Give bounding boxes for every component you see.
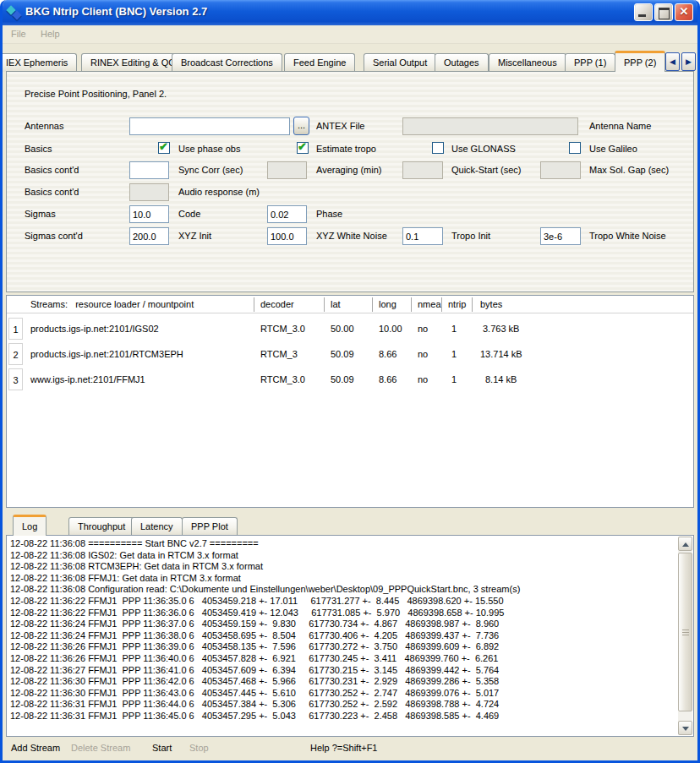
max-sol-gap-input — [540, 161, 581, 179]
col-long: long — [379, 299, 396, 309]
tab-latency[interactable]: Latency — [131, 517, 183, 536]
scrollbar-thumb[interactable] — [678, 553, 692, 711]
sigma-phase-label: Phase — [316, 209, 342, 219]
ntrip: 1 — [451, 324, 457, 334]
tab-rinex-ephemeris[interactable]: IEX Ephemeris — [3, 53, 77, 72]
help-hint: Help ?=Shift+F1 — [310, 743, 378, 753]
main-tab-bar: IEX Ephemeris RINEX Editing & QC Broadca… — [3, 51, 697, 72]
bytes: 8.14 kB — [485, 374, 517, 384]
titlebar: BKG Ntrip Client (BNC) Version 2.7 — [0, 0, 700, 25]
tab-outages[interactable]: Outages — [435, 53, 489, 72]
lat: 50.00 — [331, 324, 354, 334]
row-number: 2 — [8, 343, 23, 365]
col-decoder: decoder — [260, 299, 294, 309]
stream-row-1[interactable]: 1 products.igs-ip.net:2101/IGS02 RTCM_3.… — [7, 316, 693, 341]
bnc-app-icon — [7, 5, 22, 20]
delete-stream-button: Delete Stream — [71, 743, 130, 753]
use-glonass-checkbox[interactable] — [432, 142, 444, 154]
nmea: no — [418, 349, 428, 359]
arrow-up-icon — [682, 542, 689, 547]
use-galileo-label: Use Galileo — [589, 144, 637, 154]
stop-button: Stop — [189, 743, 209, 753]
stream-row-3[interactable]: 3 www.igs-ip.net:2101/FFMJ1 RTCM_3.0 50.… — [7, 367, 693, 392]
scroll-down-button[interactable] — [678, 721, 692, 735]
add-stream-button[interactable]: Add Stream — [11, 743, 60, 753]
col-ntrip: ntrip — [448, 299, 466, 309]
scroll-up-button[interactable] — [678, 537, 692, 551]
chevron-left-icon: ◀ — [670, 57, 675, 66]
log-panel: 12-08-22 11:36:08 ========== Start BNC v… — [6, 535, 694, 737]
xyz-init-input[interactable] — [129, 227, 169, 245]
menu-bar: File Help — [3, 25, 697, 44]
grip-icon — [682, 632, 689, 633]
maximize-button[interactable] — [654, 3, 673, 21]
xyz-white-noise-label: XYZ White Noise — [316, 231, 387, 241]
antex-file-label: ANTEX File — [316, 121, 364, 131]
audio-response-input — [129, 183, 169, 201]
start-button[interactable]: Start — [152, 743, 172, 753]
app-window: BKG Ntrip Client (BNC) Version 2.7 File … — [0, 0, 700, 763]
sync-corr-input[interactable] — [129, 161, 169, 179]
col-lat: lat — [331, 299, 341, 309]
tab-feed-engine[interactable]: Feed Engine — [284, 53, 355, 72]
menu-file[interactable]: File — [11, 29, 26, 39]
basics-contd-label: Basics cont'd — [25, 165, 79, 175]
sigma-code-input[interactable] — [129, 205, 169, 223]
status-bar: Add Stream Delete Stream Start Stop Help… — [3, 738, 697, 760]
bytes: 13.714 kB — [480, 349, 522, 359]
tab-broadcast-corrections[interactable]: Broadcast Corrections — [172, 53, 282, 72]
mountpoint: www.igs-ip.net:2101/FFMJ1 — [30, 374, 145, 384]
ntrip: 1 — [451, 349, 457, 359]
long: 10.00 — [379, 324, 402, 334]
arrow-down-icon — [682, 727, 689, 731]
use-galileo-checkbox[interactable] — [569, 142, 581, 154]
basics-contd2-label: Basics cont'd — [25, 187, 79, 197]
long: 8.66 — [379, 349, 396, 359]
use-glonass-label: Use GLONASS — [451, 144, 516, 154]
averaging-label: Averaging (min) — [316, 165, 381, 175]
col-bytes: bytes — [480, 299, 502, 309]
antennas-input[interactable] — [129, 117, 290, 135]
tab-ppp-plot[interactable]: PPP Plot — [182, 517, 238, 536]
tropo-init-input[interactable] — [402, 227, 443, 245]
stream-row-2[interactable]: 2 products.igs-ip.net:2101/RTCM3EPH RTCM… — [7, 341, 693, 367]
menu-help[interactable]: Help — [41, 29, 60, 39]
sigma-code-label: Code — [178, 209, 200, 219]
tab-log[interactable]: Log — [13, 515, 46, 536]
sigma-phase-input[interactable] — [267, 205, 307, 223]
col-streams: Streams: resource loader / mountpoint — [30, 299, 194, 309]
tab-throughput[interactable]: Throughput — [68, 517, 134, 536]
tab-scroll-left-button[interactable]: ◀ — [665, 52, 680, 71]
window-title: BKG Ntrip Client (BNC) Version 2.7 — [25, 5, 207, 18]
panel-title: Precise Point Positioning, Panel 2. — [25, 89, 167, 99]
tropo-white-noise-input[interactable] — [540, 227, 581, 245]
bytes: 3.763 kB — [483, 324, 519, 334]
tab-rinex-editing-qc[interactable]: RINEX Editing & QC — [81, 53, 184, 72]
close-button[interactable] — [675, 3, 693, 21]
ntrip: 1 — [451, 374, 457, 384]
xyz-white-noise-input[interactable] — [267, 227, 307, 245]
browse-antex-button[interactable]: ... — [293, 117, 309, 135]
tab-serial-output[interactable]: Serial Output — [364, 53, 436, 72]
tropo-init-label: Tropo Init — [451, 231, 490, 241]
row-number: 1 — [8, 318, 23, 340]
minimize-button[interactable] — [634, 3, 653, 21]
sigmas-contd-label: Sigmas cont'd — [25, 231, 83, 241]
tab-ppp-1[interactable]: PPP (1) — [565, 53, 615, 72]
log-scrollbar[interactable] — [678, 537, 692, 735]
tab-ppp-2[interactable]: PPP (2) — [615, 51, 665, 72]
lat: 50.09 — [331, 349, 354, 359]
sync-corr-label: Sync Corr (sec) — [178, 165, 243, 175]
log-text: 12-08-22 11:36:08 ========== Start BNC v… — [10, 538, 675, 734]
estimate-tropo-checkbox[interactable] — [297, 142, 309, 154]
nmea: no — [418, 374, 428, 384]
ppp2-panel: Precise Point Positioning, Panel 2. Ante… — [6, 71, 694, 292]
tropo-white-noise-label: Tropo White Noise — [589, 231, 666, 241]
tab-miscellaneous[interactable]: Miscellaneous — [489, 53, 566, 72]
streams-table: Streams: resource loader / mountpoint de… — [6, 295, 694, 508]
row-number: 3 — [8, 368, 23, 390]
use-phase-obs-checkbox[interactable] — [158, 142, 170, 154]
antennas-label: Antennas — [25, 121, 63, 131]
nmea: no — [418, 324, 428, 334]
tab-scroll-right-button[interactable]: ▶ — [681, 52, 696, 71]
